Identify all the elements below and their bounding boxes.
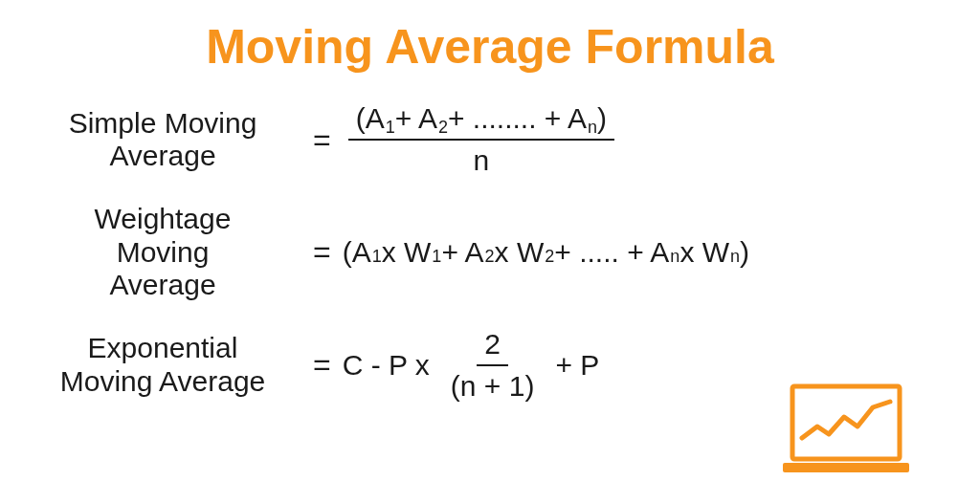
ema-numerator: 2 [477, 327, 508, 366]
wma-equals: = [313, 234, 331, 270]
wma-label-line1: Weightage [33, 203, 292, 236]
laptop-chart-icon [779, 381, 913, 476]
wma-label-line3: Average [33, 269, 292, 302]
formula-sma: Simple Moving Average = (A1+ A2+ .......… [33, 101, 947, 178]
wma-rhs: (A1 x W1 + A2 x W2 + ..... + An x Wn) [343, 236, 749, 269]
ema-label-line1: Exponential [33, 332, 292, 365]
wma-label: Weightage Moving Average [33, 203, 301, 302]
sma-label-line2: Average [33, 140, 292, 173]
sma-fraction: (A1+ A2+ ........ + An) n [348, 101, 614, 178]
sma-rhs: (A1+ A2+ ........ + An) n [343, 101, 620, 178]
sma-equals: = [313, 122, 331, 158]
page-title: Moving Average Formula [33, 19, 947, 75]
sma-label-line1: Simple Moving [33, 107, 292, 141]
ema-label-line2: Moving Average [33, 365, 292, 399]
ema-label: Exponential Moving Average [33, 332, 301, 398]
svg-rect-1 [783, 463, 909, 472]
wma-label-line2: Moving [33, 236, 292, 270]
ema-post: + P [555, 349, 599, 382]
ema-pre: C - P x [343, 349, 430, 382]
sma-label: Simple Moving Average [33, 107, 301, 173]
sma-denominator: n [466, 141, 498, 178]
ema-fraction: 2 (n + 1) [443, 327, 543, 404]
ema-denominator: (n + 1) [443, 366, 543, 404]
ema-equals: = [313, 347, 331, 383]
ema-rhs: C - P x 2 (n + 1) + P [343, 327, 600, 404]
svg-rect-0 [792, 386, 900, 459]
sma-numerator: (A1+ A2+ ........ + An) [348, 101, 614, 141]
formula-wma: Weightage Moving Average = (A1 x W1 + A2… [33, 203, 947, 302]
